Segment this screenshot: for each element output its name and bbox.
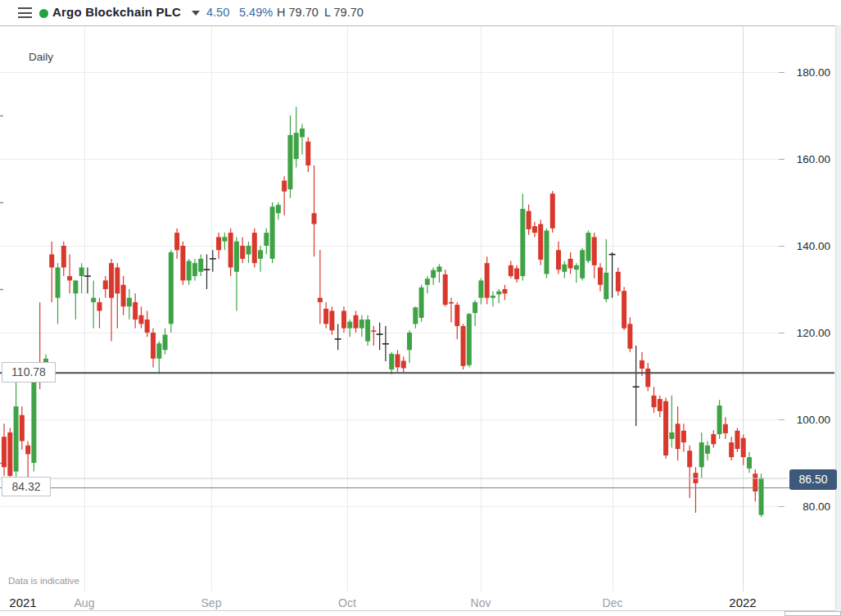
candle-down[interactable] [67,276,72,280]
candle-down[interactable] [133,302,138,319]
candle-down[interactable] [109,263,114,297]
candle-up[interactable] [264,233,269,246]
candle-down[interactable] [616,272,621,292]
candle-up[interactable] [562,265,567,272]
candle-up[interactable] [574,265,579,270]
candle-down[interactable] [514,269,519,279]
candle-up[interactable] [56,268,61,298]
candle-down[interactable] [103,280,108,289]
candle-up[interactable] [580,250,585,278]
candle-up[interactable] [222,237,227,241]
candle-up[interactable] [491,296,495,298]
candle-up[interactable] [436,266,441,271]
candle-down[interactable] [723,424,728,433]
candle-down[interactable] [2,437,7,467]
candle-down[interactable] [735,431,739,449]
candle-down[interactable] [532,226,537,233]
candle-down[interactable] [180,246,185,280]
candle-up[interactable] [79,268,84,277]
candle-down[interactable] [228,233,233,267]
candle-up[interactable] [187,261,192,281]
candle-down[interactable] [729,442,734,457]
candle-down[interactable] [676,424,680,449]
candle-up[interactable] [258,250,263,259]
candle-up[interactable] [31,372,36,463]
candle-down[interactable] [658,399,662,411]
candle-down[interactable] [312,213,317,224]
candle-down[interactable] [305,142,310,165]
candle-down[interactable] [741,438,746,457]
candle-up[interactable] [234,242,239,272]
candle-down[interactable] [627,324,632,348]
candle-up[interactable] [389,354,394,369]
candle-up[interactable] [287,135,292,189]
candle-up[interactable] [419,288,424,318]
right-scrollbar-track[interactable] [835,25,841,616]
candle-up[interactable] [759,478,764,515]
candle-down[interactable] [25,446,30,455]
candle-down[interactable] [538,224,543,260]
candle-up[interactable] [544,230,549,274]
candle-down[interactable] [550,193,555,228]
candle-down[interactable] [485,263,490,297]
candle-down[interactable] [622,291,626,328]
candle-down[interactable] [282,181,287,192]
candle-down[interactable] [61,246,66,268]
candle-down[interactable] [640,360,644,369]
candle-down[interactable] [240,246,245,259]
candle-up[interactable] [496,292,501,295]
candle-down[interactable] [592,237,597,265]
candle-up[interactable] [300,129,305,138]
candle-up[interactable] [198,259,203,272]
candle-up[interactable] [270,206,275,259]
candle-down[interactable] [329,311,334,331]
candle-up[interactable] [294,133,299,159]
candle-up[interactable] [478,280,483,297]
candle-down[interactable] [454,305,459,326]
candle-down[interactable] [753,473,757,491]
chevron-down-icon[interactable] [192,11,200,16]
candle-up[interactable] [413,307,418,324]
candle-up[interactable] [91,298,96,302]
menu-icon[interactable] [18,7,32,18]
candle-up[interactable] [425,279,430,284]
candle-up[interactable] [407,333,412,350]
candle-down[interactable] [461,326,466,366]
candle-up[interactable] [163,335,168,351]
candle-down[interactable] [527,211,531,229]
candle-down[interactable] [687,451,692,467]
candle-down[interactable] [395,355,400,368]
candle-up[interactable] [472,302,477,313]
candle-up[interactable] [520,209,525,276]
candle-down[interactable] [318,298,323,302]
candle-down[interactable] [138,315,143,324]
candle-down[interactable] [97,302,102,311]
candle-up[interactable] [73,280,78,293]
candle-up[interactable] [246,246,251,255]
candle-down[interactable] [354,315,359,328]
candle-down[interactable] [556,250,561,270]
candle-down[interactable] [151,333,156,359]
candle-up[interactable] [14,406,19,471]
candle-down[interactable] [216,237,221,250]
candle-down[interactable] [371,330,376,332]
candle-down[interactable] [341,311,346,328]
candle-up[interactable] [467,314,472,365]
instrument-title[interactable]: Argo Blockchain PLC [52,5,181,19]
candle-up[interactable] [347,322,352,328]
candle-up[interactable] [127,298,132,307]
candle-down[interactable] [681,431,686,442]
candle-down[interactable] [711,434,716,444]
candle-up[interactable] [705,446,710,454]
candle-up[interactable] [669,433,674,439]
candle-up[interactable] [717,405,722,434]
candle-down[interactable] [121,285,126,307]
candle-up[interactable] [699,442,704,467]
candle-down[interactable] [7,433,12,476]
candle-down[interactable] [568,259,573,269]
candle-up[interactable] [359,319,364,328]
candle-up[interactable] [586,233,590,260]
candle-down[interactable] [503,289,508,293]
candle-down[interactable] [645,369,650,387]
candle-down[interactable] [663,401,668,455]
